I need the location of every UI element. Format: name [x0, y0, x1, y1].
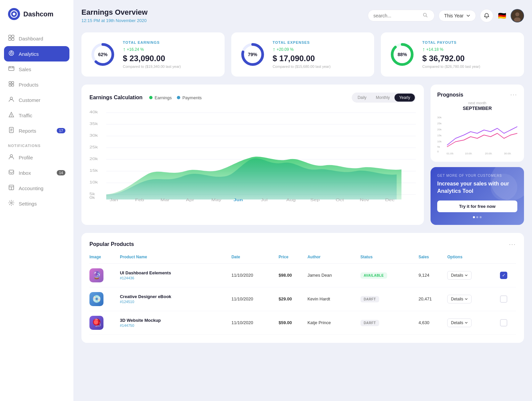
- products-more-button[interactable]: ···: [509, 241, 516, 248]
- promo-dot-3: [480, 216, 482, 218]
- ctrl-monthly[interactable]: Monthly: [371, 94, 394, 102]
- product-sales: 9,124: [419, 263, 447, 287]
- sidebar-label-profile: Profile: [19, 155, 33, 160]
- stat-compare-payouts: Compared to ($26,780.00 last year): [422, 64, 516, 69]
- svg-text:5k: 5k: [437, 145, 440, 148]
- sidebar-label-analytics: Analytics: [19, 51, 39, 57]
- sidebar-item-sales[interactable]: Sales: [0, 61, 73, 77]
- stat-change-earnings: ↑ +16.24 %: [123, 46, 217, 52]
- col-sales: Sales: [419, 255, 447, 264]
- search-input[interactable]: [373, 13, 420, 18]
- ctrl-yearly[interactable]: Yearly: [394, 94, 415, 102]
- ctrl-daily[interactable]: Daily: [353, 94, 371, 102]
- stat-amount-expenses: $ 17,090.00: [273, 54, 366, 63]
- flag-icon[interactable]: 🇩🇪: [497, 11, 507, 20]
- svg-text:Jul: Jul: [261, 198, 267, 202]
- status-badge: AVAILABLE: [360, 272, 387, 279]
- reports-icon: [8, 127, 15, 134]
- svg-point-34: [515, 12, 519, 16]
- table-row: 💿 Creative Designer eBook #124510 11/10/…: [89, 287, 516, 311]
- period-select[interactable]: This Year: [439, 10, 476, 21]
- reports-badge: 17: [57, 128, 65, 133]
- products-header: Popular Products ···: [89, 241, 516, 248]
- product-price: $98.00: [279, 263, 307, 287]
- sidebar-item-settings[interactable]: Settings: [0, 196, 73, 211]
- products-title: Popular Products: [89, 241, 134, 247]
- promo-dot-1: [473, 216, 475, 218]
- svg-point-7: [10, 52, 12, 54]
- header-left: Earnings Overview 12:15 PM at 19th Novem…: [81, 8, 148, 23]
- inbox-badge: 14: [57, 170, 65, 175]
- svg-text:Apr: Apr: [186, 198, 194, 202]
- details-button[interactable]: Details: [447, 318, 472, 327]
- search-icon: [423, 13, 428, 18]
- products-icon: [8, 81, 15, 88]
- sidebar-item-inbox[interactable]: Inbox 14: [0, 165, 73, 180]
- sidebar-item-traffic[interactable]: Traffic: [0, 108, 73, 123]
- sidebar-item-products[interactable]: Products: [0, 77, 73, 92]
- prognosis-month: SEPTEMBER: [437, 106, 517, 111]
- svg-text:15k: 15k: [89, 168, 98, 172]
- details-button[interactable]: Details: [447, 295, 472, 303]
- checkbox-unchecked[interactable]: [500, 319, 507, 326]
- stat-category-expenses: TOTAL EXPENSES: [273, 40, 366, 44]
- details-button[interactable]: Details: [447, 271, 472, 280]
- avatar[interactable]: [511, 9, 524, 22]
- product-image: 💿: [89, 292, 103, 306]
- svg-rect-3: [12, 35, 14, 37]
- sidebar-item-reports[interactable]: Reports 17: [0, 123, 73, 138]
- product-sales: 20,471: [419, 287, 447, 311]
- sidebar-item-profile[interactable]: Profile: [0, 150, 73, 165]
- sidebar-label-reports: Reports: [19, 128, 36, 134]
- promo-dots: [437, 216, 517, 218]
- sidebar-item-analytics[interactable]: Analytics: [4, 46, 69, 61]
- svg-rect-2: [9, 35, 11, 37]
- chart-header: Earnings Calculation Earnings Payments D: [89, 93, 416, 103]
- svg-rect-4: [9, 38, 11, 40]
- page-title: Earnings Overview: [81, 8, 148, 17]
- sidebar-item-accounting[interactable]: Accounting: [0, 180, 73, 196]
- sidebar-label-dashboard: Dashboard: [19, 36, 43, 41]
- search-box[interactable]: [368, 10, 435, 21]
- svg-text:35k: 35k: [89, 122, 98, 126]
- promo-card: GET MORE OF YOUR CUSTOMERS Increase your…: [431, 167, 524, 225]
- sidebar-label-sales: Sales: [19, 66, 31, 72]
- checkbox-checked[interactable]: ✓: [500, 272, 507, 279]
- product-name: 3D Website Mockup: [120, 318, 231, 323]
- legend-dot-payments: [177, 96, 180, 99]
- page-subtitle: 12:15 PM at 19th November 2020: [81, 18, 148, 23]
- product-price: $59.00: [279, 311, 307, 335]
- svg-text:Jan: Jan: [109, 198, 118, 202]
- prognosis-more-button[interactable]: ···: [510, 91, 517, 98]
- sidebar-label-traffic: Traffic: [19, 113, 32, 118]
- notification-bell-button[interactable]: [480, 9, 493, 22]
- product-author: James Dean: [307, 263, 360, 287]
- promo-dot-2: [476, 216, 478, 218]
- svg-text:Feb: Feb: [135, 198, 144, 202]
- donut-label-earnings: 62%: [98, 52, 107, 57]
- stat-compare-earnings: Compared to ($19,340.00 last year): [123, 64, 217, 69]
- svg-text:Nov: Nov: [360, 198, 369, 202]
- sidebar-label-customer: Customer: [19, 97, 40, 103]
- products-table: Image Product Name Date Price Author Sta…: [89, 255, 516, 335]
- promo-button[interactable]: Try it for free now: [437, 200, 517, 212]
- svg-text:20k: 20k: [89, 157, 98, 161]
- svg-text:15k: 15k: [437, 134, 442, 137]
- svg-text:0: 0: [437, 150, 439, 153]
- sidebar-label-accounting: Accounting: [19, 185, 43, 191]
- svg-rect-16: [12, 84, 14, 86]
- sidebar-item-customer[interactable]: Customer: [0, 92, 73, 108]
- stat-change-payouts: ↑ +14.18 %: [422, 46, 516, 52]
- stat-card-earnings: 62% TOTAL EARNINGS ↑ +16.24 % $ 23,090.0…: [81, 32, 225, 77]
- stat-info-payouts: TOTAL PAYOUTS ↑ +14.18 % $ 36,792.00 Com…: [422, 40, 516, 69]
- checkbox-unchecked[interactable]: [500, 295, 507, 303]
- col-status: Status: [360, 255, 419, 264]
- legend-payments: Payments: [177, 95, 202, 100]
- col-date: Date: [231, 255, 278, 264]
- sidebar-item-dashboard[interactable]: Dashboard: [0, 31, 73, 46]
- svg-text:20.09.: 20.09.: [485, 152, 492, 155]
- col-price: Price: [279, 255, 307, 264]
- product-image: 🔮: [89, 268, 103, 282]
- svg-rect-15: [9, 84, 11, 86]
- chart-controls: Daily Monthly Yearly: [352, 93, 416, 103]
